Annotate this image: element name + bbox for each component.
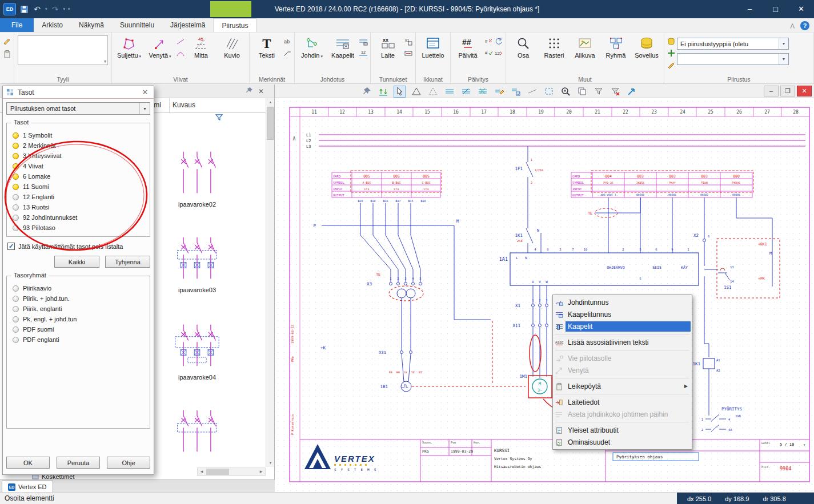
laite-button[interactable]: xx Laite <box>373 34 403 59</box>
ohje-button[interactable]: Ohje <box>107 457 150 469</box>
layer-row[interactable]: 93 Piilotaso <box>10 223 146 233</box>
luettelo-button[interactable]: Luettelo <box>418 34 448 59</box>
layer-group-row[interactable]: Pk, engl. + johd.tun <box>10 314 146 324</box>
column-kuvaus[interactable]: Kuvaus <box>173 101 195 109</box>
menu-item-laitetiedot[interactable]: Laitetiedot <box>553 396 692 408</box>
layer-row[interactable]: 1 Symbolit <box>10 130 146 140</box>
layer-visibility-icon[interactable] <box>13 184 19 190</box>
chevron-down-icon[interactable]: ▾ <box>779 38 788 49</box>
transformer-symbol[interactable] <box>389 286 423 301</box>
kaikki-button[interactable]: Kaikki <box>54 256 99 268</box>
chevron-down-icon[interactable]: ▾ <box>779 54 788 64</box>
tab-arkisto[interactable]: Arkisto <box>34 18 71 32</box>
teksti-button[interactable]: T Teksti <box>252 34 282 59</box>
symbol-list-item[interactable]: ipaavaroke02 <box>160 148 234 208</box>
layer-group-icon[interactable] <box>13 306 19 312</box>
schematic-canvas[interactable]: 111213141516171819202122232425262728 A 1… <box>275 98 814 492</box>
osa-button[interactable]: Osa <box>508 34 538 59</box>
wire-number-icon[interactable]: 12 <box>359 49 368 58</box>
menu-item-johdintunnus[interactable]: Johdintunnus <box>553 296 692 308</box>
horizontal-scrollbar[interactable]: ◀ ▶ <box>197 467 266 476</box>
menu-item-leikepoyta[interactable]: Leikepöytä ▶ <box>553 380 692 392</box>
alikuva-button[interactable]: Alikuva <box>570 34 600 59</box>
layer-visibility-icon[interactable] <box>13 132 19 139</box>
layer-visibility-icon[interactable] <box>13 174 19 180</box>
scrollbar-thumb[interactable] <box>267 107 274 140</box>
undo-dropdown-icon[interactable]: ▾ <box>45 7 47 11</box>
layer-visibility-icon[interactable] <box>13 143 19 149</box>
layer-row[interactable]: 4 Viivat <box>10 161 146 171</box>
menu-item-kaapelitunnus[interactable]: Kaapelitunnus <box>553 308 692 320</box>
polygon-dashed-icon[interactable] <box>427 86 439 98</box>
select-cursor-icon[interactable] <box>394 86 406 98</box>
layer-row[interactable]: 92 Johdintunnukset <box>10 212 146 223</box>
hatch-cross-icon[interactable] <box>476 86 488 98</box>
k1-coil[interactable]: 1K1 A1 A2 <box>692 358 720 416</box>
suljettu-button[interactable]: Suljettu <box>114 34 144 59</box>
layer-visibility-icon[interactable] <box>13 163 19 170</box>
dialog-close-icon[interactable]: ✕ <box>140 88 150 96</box>
layer-group-icon[interactable] <box>13 285 19 292</box>
tyhjenna-button[interactable]: Tyhjennä <box>105 256 150 268</box>
layer-row[interactable]: 3 Yhteysviivat <box>10 151 146 161</box>
vertex-ed-tab[interactable]: ED Vertex ED <box>2 481 53 493</box>
kaapelit-button[interactable]: Kaapelit <box>328 34 358 59</box>
chevron-down-icon[interactable]: ▾ <box>139 103 150 114</box>
vertical-scrollbar[interactable]: ▲ ▼ <box>266 98 274 467</box>
close-icon[interactable] <box>788 0 814 18</box>
copy-region-icon[interactable] <box>576 86 588 98</box>
symbol-list-item[interactable]: ipaavaroke04 <box>160 321 234 381</box>
paivita-button[interactable]: ## Päivitä <box>453 34 483 59</box>
layer-group-row[interactable]: PDF suomi <box>10 324 146 334</box>
layer-group-row[interactable]: Piirik. + johd.tun. <box>10 293 146 304</box>
layer-row[interactable]: 6 Lomake <box>10 171 146 182</box>
save-icon[interactable] <box>19 5 29 14</box>
tab-jarjestelma[interactable]: Järjestelmä <box>162 18 213 32</box>
text-edit-icon[interactable]: ab <box>283 37 292 46</box>
panel-close-icon[interactable]: ✕ <box>258 87 264 95</box>
thin-line-icon[interactable] <box>526 86 538 98</box>
layer-visibility-icon[interactable] <box>13 204 19 211</box>
pan-arrow-icon[interactable] <box>625 86 637 98</box>
venyta-button[interactable]: Venytä <box>145 34 175 59</box>
rasteri-button[interactable]: Rasteri <box>539 34 569 59</box>
style-preview[interactable] <box>18 35 108 65</box>
app-logo[interactable]: ED <box>3 3 16 15</box>
layer-source-select[interactable]: Piirustuksen omat tasot ▾ <box>6 102 150 115</box>
symbol-list-item[interactable]: ipaavaroke03 <box>160 234 234 293</box>
menu-item-lisaa-assosiatiivinen-teksti[interactable]: ASSO Lisää assosiatiivinen teksti <box>553 336 692 348</box>
layer-group-row[interactable]: Piirikaavio <box>10 283 146 293</box>
device-tag-icon[interactable]: x1 <box>404 37 413 46</box>
sovellus-button[interactable]: Sovellus <box>632 34 661 59</box>
qat-customize-icon[interactable]: ▾ <box>68 7 70 11</box>
maximize-icon[interactable] <box>763 0 788 18</box>
cable-tag-small-icon[interactable] <box>359 37 368 46</box>
scroll-right-icon[interactable]: ▶ <box>257 468 265 475</box>
layer-group-icon[interactable] <box>13 337 19 343</box>
hatch-select-icon[interactable] <box>510 86 522 98</box>
layer-group-row[interactable]: Piirik. englanti <box>10 304 146 314</box>
layer-row[interactable]: 13 Ruotsi <box>10 202 146 212</box>
scroll-left-icon[interactable]: ◀ <box>198 468 206 475</box>
terminal-tag-icon[interactable] <box>404 49 413 58</box>
layer-group-icon[interactable] <box>13 296 19 302</box>
edit-icon[interactable] <box>667 60 676 69</box>
layer-visibility-icon[interactable] <box>13 225 19 231</box>
zoom-in-icon[interactable] <box>559 86 571 98</box>
checkbox-checked-icon[interactable] <box>7 243 15 250</box>
ryhma-button[interactable]: Ryhmä <box>601 34 631 59</box>
layer-visibility-icon[interactable] <box>13 153 19 159</box>
filter-icon[interactable] <box>592 86 604 98</box>
renumber-icon[interactable]: 12 <box>494 49 503 58</box>
drawing-subtype-select[interactable]: ▾ <box>677 53 789 65</box>
tab-file[interactable]: File <box>0 18 34 32</box>
b1-sensor[interactable]: 1B1 <box>380 381 411 392</box>
layer-group-icon[interactable] <box>13 316 19 322</box>
db-small-icon[interactable] <box>667 37 676 46</box>
mitta-button[interactable]: 45 Mitta <box>186 34 216 59</box>
clipboard-icon[interactable] <box>2 50 11 59</box>
refresh-icon[interactable] <box>494 37 503 46</box>
scrollbar-thumb[interactable] <box>206 469 229 475</box>
motor-symbol[interactable]: M 3~ 1M1 <box>519 374 552 398</box>
format-pen-icon[interactable] <box>2 36 11 45</box>
